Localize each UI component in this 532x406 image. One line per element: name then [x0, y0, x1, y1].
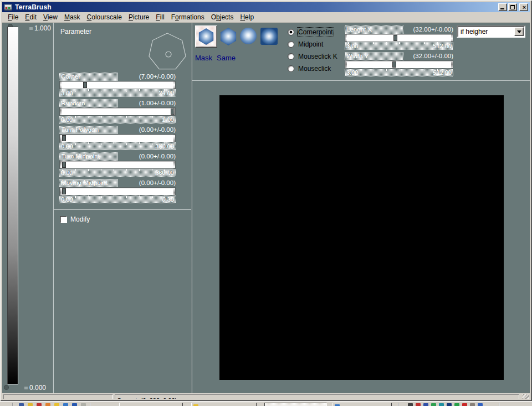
slider-ticks [63, 116, 172, 118]
radio-mouseclick-k[interactable]: Mouseclick K [288, 53, 337, 60]
systray-icon[interactable] [431, 403, 436, 406]
menu-formations[interactable]: Formations [168, 13, 208, 22]
dropdown-button[interactable] [514, 27, 524, 36]
taskbar-window-button[interactable] [332, 403, 392, 406]
systray-icon[interactable] [470, 403, 475, 406]
radio-mouseclick[interactable]: Mouseclick [288, 65, 331, 73]
taskbar-separator [12, 403, 13, 406]
close-button[interactable]: × [519, 3, 528, 11]
slider-thumb[interactable] [62, 188, 66, 194]
systray-icon[interactable] [423, 403, 428, 406]
shape-button-hexagon-selected[interactable] [195, 25, 217, 48]
divider [53, 23, 54, 393]
radio-cornerpoint[interactable]: Cornerpoint [288, 28, 333, 36]
terrabrush-window: TerraBrush × File Edit View Mask Colours… [0, 0, 532, 401]
slider-thumb[interactable] [62, 135, 66, 141]
menu-edit[interactable]: Edit [22, 13, 40, 22]
minimize-button[interactable] [498, 3, 507, 11]
maximize-button[interactable] [508, 3, 517, 11]
modify-checkbox[interactable]: Modify [60, 215, 90, 223]
quicklaunch-icon[interactable] [45, 403, 50, 406]
systray-icon[interactable] [416, 403, 421, 406]
systray-icon[interactable] [454, 403, 459, 406]
hexagon-icon [198, 28, 214, 45]
resize-grip[interactable] [523, 394, 529, 399]
systray-icon[interactable] [447, 403, 452, 406]
slider-track[interactable] [345, 60, 453, 69]
status-bar: Current: (0, 232, 0.00) [2, 393, 530, 399]
slider-track[interactable] [59, 134, 176, 142]
radio-icon [288, 53, 294, 60]
menu-view[interactable]: View [40, 13, 61, 22]
menu-bar: File Edit View Mask Colourscale Picture … [2, 12, 530, 23]
slider-label: Random [59, 99, 118, 107]
slider-value: (7.00+/-0.00) [139, 73, 176, 81]
modify-label: Modify [70, 215, 90, 223]
quicklaunch-icon[interactable] [54, 403, 59, 406]
slider-track[interactable] [59, 187, 176, 196]
title-bar[interactable]: TerraBrush × [2, 2, 530, 12]
slider-value: (1.00+/-0.00) [139, 99, 176, 107]
taskbar [0, 401, 532, 406]
radio-icon [288, 41, 294, 48]
menu-help[interactable]: Help [237, 13, 257, 22]
systray-icon[interactable] [408, 403, 413, 406]
slider-corner: Corner(7.00+/-0.00) 3.0024.00 [59, 73, 176, 97]
slider-track[interactable] [345, 34, 453, 42]
scale-top-value: 1.000 [34, 24, 51, 32]
taskbar-window-button-active[interactable] [264, 403, 327, 406]
divider [54, 209, 192, 210]
slider-track[interactable] [59, 161, 176, 169]
slider-thumb[interactable] [83, 82, 87, 88]
parameter-panel-title: Parameter [60, 28, 91, 35]
quicklaunch-icon[interactable] [37, 403, 42, 406]
slider-max: 1.00 [162, 116, 174, 123]
slider-thumb[interactable] [393, 35, 397, 41]
taskbar-window-button[interactable] [191, 403, 257, 406]
mask-link[interactable]: Mask [195, 54, 212, 62]
terrain-canvas[interactable] [219, 95, 504, 380]
menu-picture[interactable]: Picture [125, 13, 152, 22]
systray-icon[interactable] [439, 403, 444, 406]
slider-track[interactable] [59, 81, 176, 89]
scale-bottom-value: 0.000 [29, 384, 46, 392]
mode-dropdown[interactable]: if heigher [457, 25, 525, 38]
slider-value: (32.00+/-0.00) [413, 25, 453, 34]
quicklaunch-icon[interactable] [81, 403, 86, 406]
shape-button-circle[interactable] [240, 28, 257, 44]
quicklaunch-icon[interactable] [72, 403, 77, 406]
slider-min: 3.00 [346, 69, 358, 76]
menu-file[interactable]: File [4, 13, 22, 22]
taskbar-separator [499, 403, 500, 406]
systray-icon[interactable] [462, 403, 467, 406]
slider-thumb[interactable] [392, 61, 396, 68]
menu-colourscale[interactable]: Colourscale [84, 13, 125, 22]
same-link[interactable]: Same [217, 54, 236, 62]
shape-button-hexagon[interactable] [219, 28, 237, 45]
quicklaunch-icon[interactable] [63, 403, 68, 406]
slider-value: (0.00+/-0.00) [139, 126, 176, 134]
circle-icon [240, 28, 257, 44]
slider-thumb[interactable] [62, 162, 66, 168]
radio-midpoint[interactable]: Midpoint [288, 40, 323, 48]
slider-max: 512.00 [433, 69, 452, 76]
menu-fill[interactable]: Fill [152, 13, 167, 22]
slider-min: 0.00 [61, 116, 73, 123]
slider-track[interactable] [59, 107, 176, 116]
slider-thumb[interactable] [171, 109, 175, 115]
systray-icon[interactable] [478, 403, 483, 406]
quicklaunch-icon[interactable] [28, 403, 33, 406]
divider [192, 80, 530, 81]
shape-button-square[interactable] [260, 28, 278, 45]
quicklaunch-icon[interactable] [19, 403, 24, 406]
slider-label: Turn Midpoint [59, 152, 118, 161]
heptagon-preview-icon [145, 29, 190, 73]
colourscale-bottom-handle[interactable] [4, 385, 9, 390]
menu-objects[interactable]: Objects [208, 13, 237, 22]
taskbar-separator [90, 403, 91, 406]
taskbar-window-button[interactable] [119, 403, 183, 406]
menu-mask[interactable]: Mask [61, 13, 84, 22]
colourscale-gradient[interactable] [7, 27, 18, 384]
status-segment-current: Current: (0, 232, 0.00) [115, 394, 519, 399]
divider [191, 23, 192, 393]
